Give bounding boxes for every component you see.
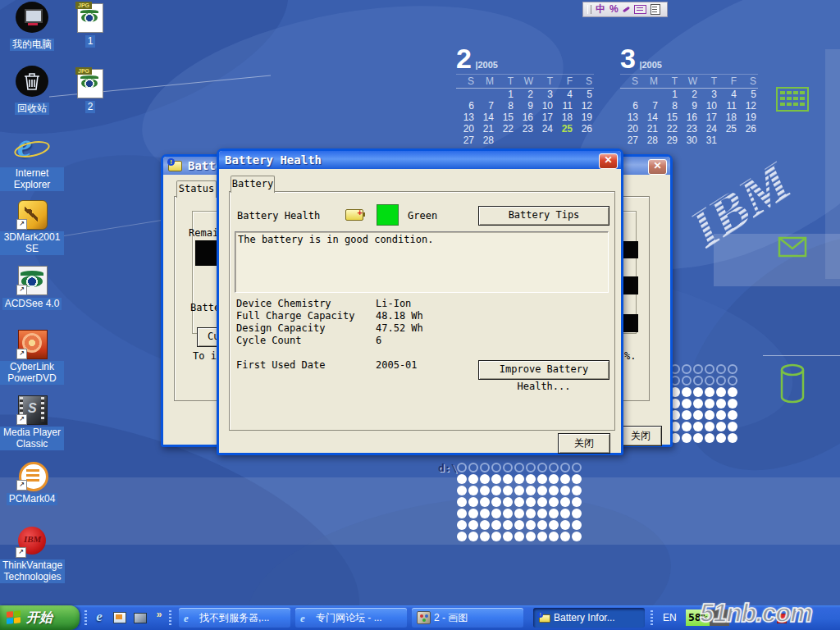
wallpaper-dot bbox=[693, 433, 703, 443]
dot-grid-bottom bbox=[456, 462, 582, 542]
wallpaper-dot bbox=[682, 376, 692, 386]
start-button[interactable]: 开始 bbox=[0, 605, 80, 630]
start-label: 开始 bbox=[26, 609, 52, 627]
media-player-classic-icon: S ↗ bbox=[16, 395, 48, 425]
quick-launch-chevron[interactable]: » bbox=[151, 609, 167, 627]
wallpaper-dot bbox=[728, 364, 737, 374]
ime-soft-keyboard-icon[interactable] bbox=[634, 5, 646, 14]
task-button-battery-information[interactable]: ! Battery Infor... bbox=[533, 608, 645, 628]
calendar-day-headers: SMTWTFS bbox=[620, 74, 758, 89]
wallpaper-dot bbox=[491, 474, 501, 484]
wallpaper-dot bbox=[705, 387, 714, 397]
task-label: Battery Infor... bbox=[554, 612, 615, 623]
desktop-icon-recycle-bin[interactable]: 回收站 bbox=[0, 66, 64, 115]
icon-label: CyberLink PowerDVD bbox=[0, 361, 64, 385]
desktop-icon-media-player-classic[interactable]: S ↗ Media Player Classic bbox=[0, 395, 64, 450]
wallpaper-dot bbox=[503, 474, 513, 484]
wallpaper-dot bbox=[705, 410, 714, 420]
info-label: Cycle Count bbox=[236, 335, 301, 346]
battery-health-titlebar[interactable]: Battery Health bbox=[219, 151, 621, 169]
language-indicator[interactable]: EN bbox=[663, 612, 677, 623]
quick-launch-show-desktop-icon[interactable] bbox=[132, 609, 148, 627]
wallpaper-dot bbox=[716, 422, 726, 431]
first-used-value: 2005-01 bbox=[376, 359, 418, 371]
wallpaper-dot bbox=[716, 433, 726, 443]
wallpaper-dot bbox=[560, 520, 570, 530]
percent-fragment: %. bbox=[624, 350, 636, 362]
wallpaper-dot bbox=[526, 532, 536, 541]
icon-label: Internet Explorer bbox=[0, 167, 64, 191]
close-button-bg-dialog[interactable]: 关闭 bbox=[619, 426, 662, 446]
battery-health-client: Battery Battery Health Green Battery Tip… bbox=[221, 171, 619, 450]
battery-gauge-fragment bbox=[623, 314, 638, 332]
wallpaper-dot bbox=[572, 532, 582, 541]
calendar-week-row: 2728 bbox=[456, 135, 594, 146]
improve-battery-health-button[interactable]: Improve Battery Health... bbox=[478, 360, 609, 380]
wallpaper-dot bbox=[468, 532, 478, 541]
wallpaper-dot bbox=[514, 509, 524, 518]
wallpaper-dot bbox=[560, 486, 570, 495]
condition-textbox[interactable]: The battery is in good condition. bbox=[235, 231, 609, 293]
wallpaper-dot bbox=[537, 463, 547, 472]
ime-menu-icon[interactable] bbox=[651, 4, 660, 15]
tab-status[interactable]: Status bbox=[176, 180, 217, 198]
desktop-icon-jpg-2[interactable]: JPG 2 bbox=[66, 67, 115, 113]
taskbar-grip[interactable] bbox=[169, 610, 171, 625]
task-button-forum[interactable]: e 专门网论坛 - ... bbox=[295, 608, 407, 628]
wallpaper-dot bbox=[457, 486, 467, 495]
desktop-icon-jpg-1[interactable]: JPG 1 bbox=[66, 2, 115, 48]
wallpaper-dot bbox=[514, 532, 524, 541]
desktop-icon-powerdvd[interactable]: ↗ CyberLink PowerDVD bbox=[0, 330, 64, 385]
desktop-icon-thinkvantage[interactable]: IBM ↗ ThinkVantage Technologies bbox=[0, 527, 64, 583]
wallpaper-dot bbox=[480, 474, 490, 484]
shortcut-arrow: ↗ bbox=[16, 349, 27, 359]
taskbar-grip[interactable] bbox=[84, 610, 87, 625]
wallpaper-dot bbox=[705, 376, 714, 386]
wallpaper-dot bbox=[716, 399, 726, 409]
health-status-text: Green bbox=[408, 210, 437, 221]
wallpaper-dot bbox=[560, 532, 570, 541]
wallpaper-dot bbox=[480, 463, 490, 472]
desktop-icon-internet-explorer[interactable]: e Internet Explorer bbox=[0, 131, 64, 191]
info-label: Device Chemistry bbox=[236, 298, 331, 309]
calendar-year: |2005 bbox=[475, 60, 498, 70]
task-button-paint[interactable]: 2 - 画图 bbox=[412, 608, 523, 628]
desktop-icon-my-computer[interactable]: 我的电脑 bbox=[0, 2, 64, 51]
ime-width-toggle-icon[interactable]: % bbox=[609, 3, 619, 16]
tab-battery[interactable]: Battery bbox=[231, 176, 275, 193]
icon-label: 回收站 bbox=[15, 103, 49, 115]
battery-gauge-fragment bbox=[623, 276, 638, 294]
wallpaper-dot bbox=[549, 474, 559, 484]
ime-language-bar[interactable]: 中 % bbox=[582, 2, 668, 17]
ime-chinese-mode-icon[interactable]: 中 bbox=[596, 3, 605, 16]
quick-launch-outlook-icon[interactable] bbox=[112, 609, 128, 627]
wallpaper-dot bbox=[716, 410, 726, 420]
close-button[interactable]: ✕ bbox=[648, 159, 667, 175]
battery-tips-button[interactable]: Battery Tips bbox=[478, 206, 609, 226]
wallpaper-dot bbox=[457, 532, 467, 541]
desktop-icon-acdsee[interactable]: ↗ ACDSee 4.0 bbox=[0, 266, 64, 310]
ime-pen-icon[interactable] bbox=[623, 7, 630, 13]
wallpaper-dot bbox=[491, 497, 501, 507]
desktop-icon-pcmark04[interactable]: ↗ PCMark04 bbox=[0, 461, 64, 505]
calendar-march: 3 |2005 SMTWTFS1234567891011121314151617… bbox=[620, 44, 758, 146]
quick-launch-ie-icon[interactable]: e bbox=[91, 609, 107, 627]
wallpaper-dot bbox=[549, 463, 559, 472]
desktop-icon-3dmark2001[interactable]: ↗ 3DMark2001 SE bbox=[0, 200, 64, 255]
wallpaper-dot bbox=[491, 520, 501, 530]
close-button[interactable]: ✕ bbox=[599, 153, 618, 169]
info-value: 48.18 Wh bbox=[376, 310, 423, 322]
cylinder-icon bbox=[778, 362, 807, 406]
icon-label: Media Player Classic bbox=[0, 427, 64, 450]
close-button-front-dialog[interactable]: 关闭 bbox=[558, 433, 610, 454]
calendar-month: 2 bbox=[456, 43, 472, 74]
thinkvantage-icon: IBM ↗ bbox=[16, 527, 48, 558]
ime-grip[interactable] bbox=[587, 5, 591, 14]
wallpaper-dot bbox=[503, 532, 513, 541]
task-label: 专门网论坛 - ... bbox=[316, 611, 382, 625]
shortcut-arrow: ↗ bbox=[16, 480, 27, 491]
wallpaper-dot bbox=[457, 497, 467, 507]
task-button-server-not-found[interactable]: e 找不到服务器,... bbox=[179, 608, 290, 628]
wallpaper-dot bbox=[560, 497, 570, 507]
info-value: 47.52 Wh bbox=[376, 322, 423, 334]
